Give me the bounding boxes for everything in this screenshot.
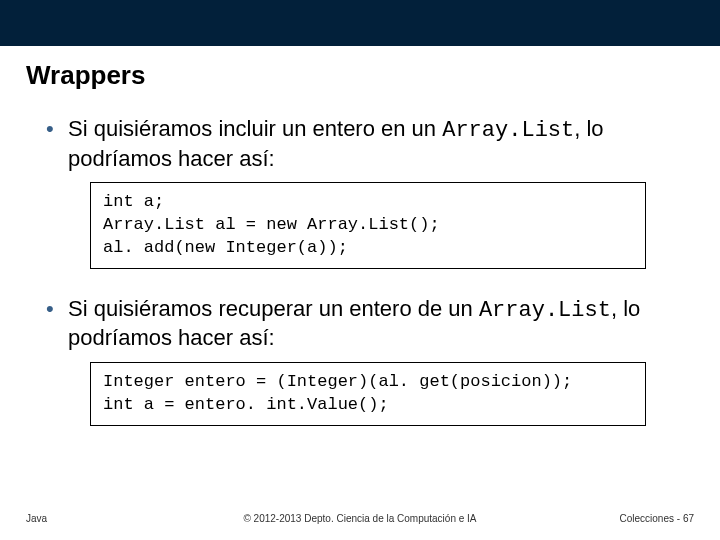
code-block-1: int a; Array.List al = new Array.List();… [90,182,646,269]
footer: Java © 2012-2013 Depto. Ciencia de la Co… [0,504,720,540]
bullet-2: Si quisiéramos recuperar un entero de un… [46,295,690,352]
bullet-1-text-pre: Si quisiéramos incluir un entero en un [68,116,442,141]
footer-center: © 2012-2013 Depto. Ciencia de la Computa… [0,513,720,524]
code-block-2: Integer entero = (Integer)(al. get(posic… [90,362,646,426]
slide: Wrappers Si quisiéramos incluir un enter… [0,0,720,540]
bullet-1-code: Array.List [442,118,574,143]
bullet-2-code: Array.List [479,298,611,323]
bullet-2-text-pre: Si quisiéramos recuperar un entero de un [68,296,479,321]
slide-title: Wrappers [26,60,720,91]
footer-right: Colecciones - 67 [620,513,694,524]
bullet-1: Si quisiéramos incluir un entero en un A… [46,115,690,172]
footer-left: Java [26,513,47,524]
content-area: Si quisiéramos incluir un entero en un A… [46,115,690,426]
top-bar [0,0,720,46]
